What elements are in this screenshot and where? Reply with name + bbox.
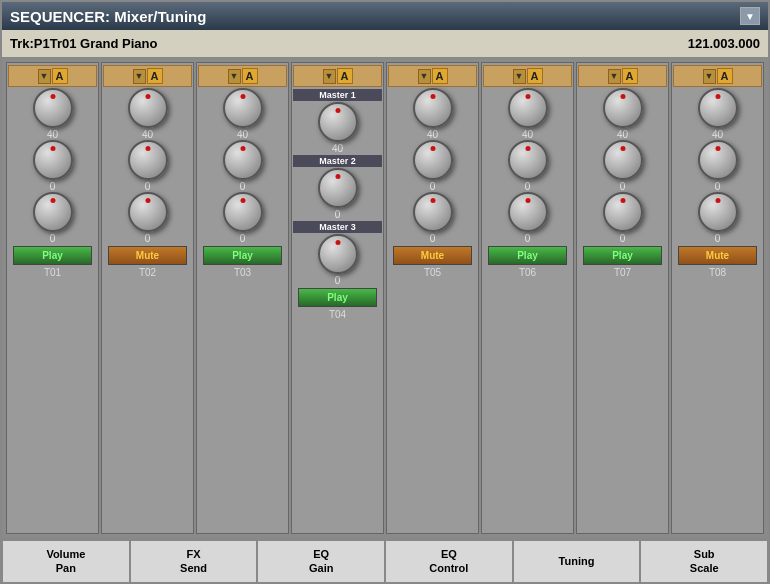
ch3-knob3-value: 0 [240,233,246,244]
tab-sub-scale[interactable]: SubScale [640,540,768,582]
ch2-knob2[interactable] [128,140,168,180]
ch6-knob1-wrap: 40 [508,88,548,140]
ch7-play-btn[interactable]: Play [583,246,661,265]
ch8-knob1-value: 40 [712,129,723,140]
ch8-knob3[interactable] [698,192,738,232]
ch6-knob3-value: 0 [525,233,531,244]
ch2-label[interactable]: A [147,68,163,84]
title-dropdown-btn[interactable]: ▼ [740,7,760,25]
ch4-arrow-btn[interactable]: ▼ [323,69,336,84]
ch8-knob3-value: 0 [715,233,721,244]
ch1-knob3-wrap: 0 [33,192,73,244]
tab-eq-control[interactable]: EQControl [385,540,513,582]
ch3-knob2-value: 0 [240,181,246,192]
title-bar: SEQUENCER: Mixer/Tuning ▼ [2,2,768,30]
ch6-knob1[interactable] [508,88,548,128]
ch1-label[interactable]: A [52,68,68,84]
ch3-knob1-value: 40 [237,129,248,140]
ch5-knob2[interactable] [413,140,453,180]
ch4-track-label: T04 [329,309,346,320]
sequencer-area: ▼ A 40 0 0 Play T01 [2,58,768,538]
tab-fx-send[interactable]: FXSend [130,540,258,582]
ch7-knob1[interactable] [603,88,643,128]
tab-eq-gain[interactable]: EQGain [257,540,385,582]
ch4-knob3[interactable] [318,234,358,274]
ch6-knob3[interactable] [508,192,548,232]
ch6-knob3-wrap: 0 [508,192,548,244]
ch8-arrow-btn[interactable]: ▼ [703,69,716,84]
channel-6: ▼ A 40 0 0 Play T06 [481,62,574,534]
ch2-mute-btn[interactable]: Mute [108,246,186,265]
ch2-knob3[interactable] [128,192,168,232]
ch7-knob3[interactable] [603,192,643,232]
ch4-knob1-wrap: 40 [318,102,358,154]
ch7-label[interactable]: A [622,68,638,84]
ch3-knob1[interactable] [223,88,263,128]
ch8-knob2-value: 0 [715,181,721,192]
ch8-header: ▼ A [673,65,762,87]
ch1-knob1-value: 40 [47,129,58,140]
ch1-knob2[interactable] [33,140,73,180]
ch2-knob1[interactable] [128,88,168,128]
ch6-arrow-btn[interactable]: ▼ [513,69,526,84]
ch1-knob1-wrap: 40 [33,88,73,140]
window-title: SEQUENCER: Mixer/Tuning [10,8,206,25]
ch1-arrow-btn[interactable]: ▼ [38,69,51,84]
ch6-knob2[interactable] [508,140,548,180]
ch7-knob2[interactable] [603,140,643,180]
ch4-play-btn[interactable]: Play [298,288,376,307]
ch2-knob1-value: 40 [142,129,153,140]
ch7-arrow-btn[interactable]: ▼ [608,69,621,84]
ch5-knob1[interactable] [413,88,453,128]
ch8-mute-btn[interactable]: Mute [678,246,756,265]
ch8-track-label: T08 [709,267,726,278]
ch3-knob3[interactable] [223,192,263,232]
ch4-knob2[interactable] [318,168,358,208]
ch7-knob3-value: 0 [620,233,626,244]
ch3-play-btn[interactable]: Play [203,246,281,265]
ch8-btn-row: Mute [673,246,762,265]
ch5-arrow-btn[interactable]: ▼ [418,69,431,84]
ch5-label[interactable]: A [432,68,448,84]
ch6-label[interactable]: A [527,68,543,84]
ch3-knob2[interactable] [223,140,263,180]
ch6-track-label: T06 [519,267,536,278]
ch3-label[interactable]: A [242,68,258,84]
ch2-knob3-wrap: 0 [128,192,168,244]
ch6-btn-row: Play [483,246,572,265]
ch1-knob1[interactable] [33,88,73,128]
tab-tuning[interactable]: Tuning [513,540,641,582]
ch3-arrow-btn[interactable]: ▼ [228,69,241,84]
ch5-knob1-wrap: 40 [413,88,453,140]
channel-8: ▼ A 40 0 0 Mute T08 [671,62,764,534]
ch4-knob1[interactable] [318,102,358,142]
ch5-knob3[interactable] [413,192,453,232]
ch6-knob2-value: 0 [525,181,531,192]
tab-volume-pan[interactable]: VolumePan [2,540,130,582]
ch8-label[interactable]: A [717,68,733,84]
channels-grid: ▼ A 40 0 0 Play T01 [6,62,764,534]
ch8-knob1[interactable] [698,88,738,128]
ch7-knob1-wrap: 40 [603,88,643,140]
ch7-knob1-value: 40 [617,129,628,140]
ch5-track-label: T05 [424,267,441,278]
ch4-knob1-value: 40 [332,143,343,154]
ch4-knob2-wrap: 0 [318,168,358,220]
track-bar: Trk:P1Tr01 Grand Piano 121.003.000 [2,30,768,58]
ch6-play-btn[interactable]: Play [488,246,566,265]
ch5-mute-btn[interactable]: Mute [393,246,471,265]
ch6-knob1-value: 40 [522,129,533,140]
ch4-knob2-value: 0 [335,209,341,220]
ch2-header: ▼ A [103,65,192,87]
ch3-knob2-wrap: 0 [223,140,263,192]
ch2-track-label: T02 [139,267,156,278]
ch5-header: ▼ A [388,65,477,87]
ch1-knob2-value: 0 [50,181,56,192]
ch8-knob2[interactable] [698,140,738,180]
ch2-arrow-btn[interactable]: ▼ [133,69,146,84]
ch5-knob2-wrap: 0 [413,140,453,192]
ch1-play-btn[interactable]: Play [13,246,91,265]
ch1-knob3[interactable] [33,192,73,232]
ch5-knob1-value: 40 [427,129,438,140]
ch4-label[interactable]: A [337,68,353,84]
